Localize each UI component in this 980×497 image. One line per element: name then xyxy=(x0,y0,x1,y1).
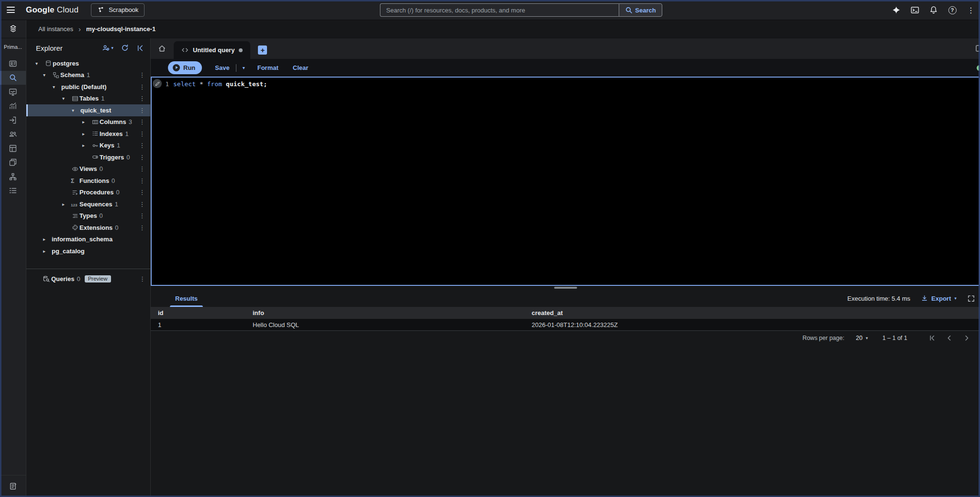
more-vert-icon[interactable]: ⋮ xyxy=(139,212,145,219)
gemini-button[interactable] xyxy=(890,4,902,16)
results-tab[interactable]: Results xyxy=(170,290,203,307)
run-button[interactable]: Run xyxy=(168,61,202,74)
save-menu-caret[interactable]: ▾ xyxy=(243,65,245,70)
first-page-button[interactable] xyxy=(926,332,938,344)
caret-right-icon[interactable]: ▸ xyxy=(82,131,91,136)
tree-item-label: Types xyxy=(79,212,97,219)
nav-operations[interactable] xyxy=(0,184,26,198)
home-icon xyxy=(157,44,167,53)
menu-button[interactable] xyxy=(0,0,19,20)
nav-replication[interactable] xyxy=(0,169,26,184)
tree-item-postgres[interactable]: ▾ postgres xyxy=(26,57,150,69)
breadcrumb-all-instances-link[interactable]: All instances xyxy=(38,25,73,33)
gemini-edit-button[interactable] xyxy=(153,79,162,88)
more-vert-icon[interactable]: ⋮ xyxy=(139,107,145,114)
indexes-icon xyxy=(91,130,100,137)
tree-item-information-schema[interactable]: ▸ information_schema xyxy=(26,234,150,246)
cloud-shell-button[interactable] xyxy=(909,4,921,16)
caret-down-icon[interactable]: ▾ xyxy=(62,96,71,101)
more-vert-icon[interactable]: ⋮ xyxy=(139,224,145,231)
tree-item-indexes[interactable]: ▸ Indexes 1 ⋮ xyxy=(26,128,150,140)
help-button[interactable]: ? xyxy=(946,4,958,16)
queries-label: Queries xyxy=(51,275,74,282)
caret-right-icon[interactable]: ▸ xyxy=(62,202,71,207)
caret-right-icon[interactable]: ▸ xyxy=(43,248,52,254)
nav-overview[interactable] xyxy=(0,56,26,71)
tree-item-count: 1 xyxy=(115,201,118,208)
more-vert-icon[interactable]: ⋮ xyxy=(139,71,145,79)
tree-item-quick-test[interactable]: ▾ quick_test ⋮ xyxy=(26,104,150,116)
more-vert-icon[interactable]: ⋮ xyxy=(139,189,145,196)
nav-databases[interactable] xyxy=(0,141,26,156)
caret-down-icon[interactable]: ▾ xyxy=(72,108,80,113)
more-vert-icon[interactable]: ⋮ xyxy=(139,130,145,137)
preview-badge: Preview xyxy=(85,275,111,282)
collapse-panel-button[interactable] xyxy=(136,45,144,52)
tree-item-pg-catalog[interactable]: ▸ pg_catalog xyxy=(26,245,150,257)
caret-right-icon[interactable]: ▸ xyxy=(82,119,91,124)
more-vert-icon[interactable]: ⋮ xyxy=(139,201,145,208)
resize-handle[interactable] xyxy=(554,287,577,289)
tree-item-keys[interactable]: ▸ Keys 1 ⋮ xyxy=(26,140,150,152)
more-vert-icon[interactable]: ⋮ xyxy=(139,83,145,90)
tree-item-triggers[interactable]: Triggers 0 ⋮ xyxy=(26,151,150,163)
nav-backups[interactable] xyxy=(0,156,26,170)
more-vert-icon[interactable]: ⋮ xyxy=(139,165,145,172)
refresh-button[interactable] xyxy=(121,44,129,52)
tree-item-procedures[interactable]: Procedures 0 ⋮ xyxy=(26,187,150,199)
tree-item-functions[interactable]: Σ Functions 0 ⋮ xyxy=(26,175,150,187)
tree-item-extensions[interactable]: Extensions 0 ⋮ xyxy=(26,222,150,234)
tree-item-schema[interactable]: ▾ Schema 1 ⋮ xyxy=(26,69,150,81)
triggers-icon xyxy=(91,154,100,160)
nav-cloud-sql-studio[interactable] xyxy=(0,71,26,85)
saved-queries-item[interactable]: Queries 0 Preview ⋮ xyxy=(26,273,150,285)
more-vert-icon[interactable]: ⋮ xyxy=(139,95,145,102)
project-picker-button[interactable]: Scrapbook xyxy=(91,3,145,17)
tree-item-types[interactable]: Types 0 ⋮ xyxy=(26,210,150,222)
nav-connections[interactable] xyxy=(0,113,26,127)
tree-item-public-schema[interactable]: ▾ public (Default) ⋮ xyxy=(26,81,150,93)
more-options-button[interactable]: ⋮ xyxy=(965,4,977,16)
release-notes-icon xyxy=(9,482,17,490)
new-query-tab-button[interactable]: + xyxy=(258,45,267,55)
rows-per-page-select[interactable]: 20 ▾ xyxy=(856,335,868,341)
fullscreen-button[interactable] xyxy=(967,294,975,303)
queries-search-icon xyxy=(41,275,51,282)
table-row[interactable]: 1 Hello Cloud SQL 2026-01-08T12:10:04.22… xyxy=(151,319,980,331)
tree-item-tables[interactable]: ▾ Tables 1 ⋮ xyxy=(26,93,150,105)
notifications-button[interactable] xyxy=(927,4,940,16)
home-tab-button[interactable] xyxy=(151,38,173,59)
previous-page-button[interactable] xyxy=(944,332,955,344)
explorer-panel: Explorer ▾ xyxy=(26,38,151,497)
more-vert-icon[interactable]: ⋮ xyxy=(139,142,145,149)
caret-down-icon[interactable]: ▾ xyxy=(43,72,52,78)
save-button[interactable]: Save xyxy=(215,64,229,71)
more-vert-icon[interactable]: ⋮ xyxy=(139,154,145,161)
sql-identifier: quick_test; xyxy=(226,80,267,88)
caret-right-icon[interactable]: ▸ xyxy=(43,237,52,242)
tree-item-views[interactable]: Views 0 ⋮ xyxy=(26,163,150,175)
clear-button[interactable]: Clear xyxy=(293,64,309,71)
nav-query-insights[interactable] xyxy=(0,99,26,113)
more-vert-icon[interactable]: ⋮ xyxy=(139,177,145,184)
nav-users[interactable] xyxy=(0,127,26,142)
search-button[interactable]: Search xyxy=(619,3,662,17)
tree-item-sequences[interactable]: ▸ 123 Sequences 1 ⋮ xyxy=(26,198,150,210)
switch-user-button[interactable]: ▾ xyxy=(102,44,113,52)
query-tab-untitled[interactable]: Untitled query xyxy=(174,41,250,59)
more-vert-icon[interactable]: ⋮ xyxy=(139,275,145,282)
format-button[interactable]: Format xyxy=(257,64,278,71)
export-button[interactable]: Export ▾ xyxy=(921,294,957,302)
next-page-button[interactable] xyxy=(961,332,972,344)
sql-code-editor[interactable]: 1 select*fromquick_test; xyxy=(151,77,980,286)
global-search: Search xyxy=(380,3,662,17)
caret-down-icon[interactable]: ▾ xyxy=(35,61,44,66)
tree-item-columns[interactable]: ▸ Columns 3 ⋮ xyxy=(26,116,150,128)
release-notes-button[interactable] xyxy=(0,475,26,497)
caret-right-icon[interactable]: ▸ xyxy=(82,143,91,148)
more-vert-icon[interactable]: ⋮ xyxy=(139,118,145,125)
nav-system-insights[interactable] xyxy=(0,85,26,99)
search-input[interactable] xyxy=(380,3,619,17)
caret-down-icon[interactable]: ▾ xyxy=(53,84,61,90)
google-cloud-logo[interactable]: Google Cloud xyxy=(26,5,78,15)
